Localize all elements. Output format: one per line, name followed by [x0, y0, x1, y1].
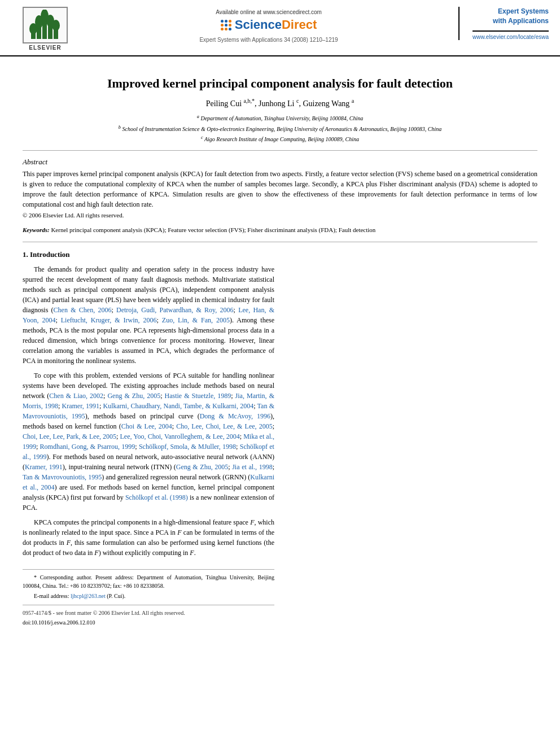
sd-dot [229, 20, 231, 23]
ref-scholkopf1[interactable]: Schölkopf, Smola, & MJuller, 1998 [139, 443, 236, 451]
bottom-issn: 0957-4174/$ - see front matter © 2006 El… [23, 609, 185, 617]
journal-title-header: Expert Systems with Applications 34 (200… [199, 37, 338, 43]
footnote-email-person: (P. Cui). [107, 593, 125, 599]
ref-lee-yoo[interactable]: Lee, Yoo, Choi, Vanrolleghem, & Lee, 200… [120, 433, 240, 440]
sd-dot [229, 28, 231, 30]
bottom-bar: 0957-4174/$ - see front matter © 2006 El… [23, 605, 274, 617]
affiliation-b: b School of Instrumentation Science & Op… [23, 124, 537, 133]
paper-title: Improved kernel principal component anal… [23, 76, 537, 92]
elsevier-logo-image [23, 7, 68, 43]
journal-name-box: Expert Systemswith Applications [493, 7, 549, 26]
sd-dot [221, 24, 224, 27]
sciencedirect-logo: ScienceDirect [221, 18, 317, 32]
sciencedirect-text: ScienceDirect [235, 18, 317, 32]
svg-point-9 [52, 20, 60, 31]
abstract-title: Abstract [23, 158, 537, 167]
elsevier-brand-text: ELSEVIER [29, 45, 61, 51]
ref-chen-chen[interactable]: Chen & Chen, 2006 [54, 306, 112, 314]
ref-choi-lee2[interactable]: Choi, Lee, Lee, Park, & Lee, 2005 [23, 433, 116, 440]
available-online-text: Available online at www.sciencedirect.co… [216, 9, 322, 15]
intro-para-2: To cope with this problem, extended vers… [23, 370, 274, 513]
keywords-values: Kernel principal component analysis (KPC… [51, 226, 375, 233]
footnote-email-label: E-mail address: [34, 593, 69, 599]
sd-dot [225, 28, 228, 30]
ref-detroja[interactable]: Detroja, Gudi, Patwardhan, & Roy, 2006 [116, 306, 234, 314]
ref-choi-lee[interactable]: Choi & Lee, 2004 [121, 422, 172, 430]
copyright-note: © 2006 Elsevier Ltd. All rights reserved… [23, 212, 537, 219]
ref-chen-liao[interactable]: Chen & Liao, 2002 [49, 392, 103, 400]
intro-para-3: KPCA computes the principal components i… [23, 517, 274, 558]
website-box: www.elsevier.com/locate/eswa [473, 30, 549, 40]
footnote-email: E-mail address: ljhcpl@263.net (P. Cui). [23, 592, 274, 600]
main-content: Improved kernel principal component anal… [0, 56, 560, 638]
ref-tan2[interactable]: Tan & Mavrovouniotis, 1995 [23, 473, 102, 481]
svg-rect-4 [54, 30, 58, 39]
keywords-label: Keywords: [23, 226, 50, 233]
affiliations: a Department of Automation, Tsinghua Uni… [23, 113, 537, 143]
sd-dot [229, 24, 231, 27]
ref-zuo[interactable]: Zuo, Lin, & Fan, 2005 [162, 316, 230, 324]
svg-rect-3 [48, 25, 53, 39]
sd-dot [225, 24, 228, 27]
ref-romdhani[interactable]: Romdhani, Gong, & Psarrou, 1999 [40, 443, 135, 451]
sd-dot [221, 20, 224, 23]
bottom-doi: doi:10.1016/j.eswa.2006.12.010 [23, 618, 274, 627]
ref-lieftucht[interactable]: Lieftucht, Kruger, & Irwin, 2006 [61, 316, 157, 324]
ref-dong[interactable]: Dong & McAvoy, 1996 [200, 412, 270, 420]
footnote-area: * Corresponding author. Present address:… [23, 569, 274, 600]
sd-logo-dots [221, 20, 231, 30]
affiliation-a: a Department of Automation, Tsinghua Uni… [23, 113, 537, 123]
column-right [286, 249, 537, 627]
abstract-text: This paper improves kernel principal com… [23, 169, 537, 209]
ref-hastie[interactable]: Hastie & Stuetzle, 1989 [165, 392, 231, 400]
sciencedirect-header: Available online at www.sciencedirect.co… [79, 7, 458, 43]
footnote-corresponding: * Corresponding author. Present address:… [23, 573, 274, 590]
journal-name-area: Expert Systemswith Applications www.else… [458, 7, 549, 40]
elsevier-logo-area: ELSEVIER [11, 7, 79, 51]
affiliation-c: c Aigo Research Institute of Image Compu… [23, 134, 537, 143]
intro-para-1: The demands for product quality and oper… [23, 264, 274, 366]
keywords-section: Keywords: Kernel principal component ana… [23, 225, 537, 235]
keywords-text: Keywords: Kernel principal component ana… [23, 225, 537, 235]
authors: Peiling Cui a,b,*, Junhong Li c, Guizeng… [23, 98, 537, 108]
ref-jia2[interactable]: Jia et al., 1998 [232, 463, 272, 471]
ref-scholkopf3[interactable]: Schölkopf et al. (1998) [125, 493, 188, 501]
two-column-body: 1. Introduction The demands for product … [23, 249, 537, 627]
ref-cho-lee[interactable]: Cho, Lee, Choi, Lee, & Lee, 2005 [176, 422, 272, 430]
divider-2 [23, 242, 537, 242]
page-header: ELSEVIER Available online at www.science… [0, 0, 560, 56]
footnote-email-link[interactable]: ljhcpl@263.net [71, 593, 106, 599]
section1-title: 1. Introduction [23, 249, 274, 260]
ref-kramer[interactable]: Kramer, 1991 [62, 402, 99, 410]
abstract-section: Abstract This paper improves kernel prin… [23, 158, 537, 219]
ref-geng-zhu[interactable]: Geng & Zhu, 2005 [107, 392, 160, 400]
divider-1 [23, 150, 537, 151]
sd-dot [221, 28, 224, 30]
sd-dot [225, 20, 228, 23]
ref-kramer2[interactable]: Kramer, 1991 [25, 463, 63, 471]
ref-geng-zhu2[interactable]: Geng & Zhu, 2005 [176, 463, 228, 471]
ref-kulkarni[interactable]: Kulkarni, Chaudhary, Nandi, Tambe, & Kul… [103, 402, 254, 410]
column-left: 1. Introduction The demands for product … [23, 249, 274, 627]
